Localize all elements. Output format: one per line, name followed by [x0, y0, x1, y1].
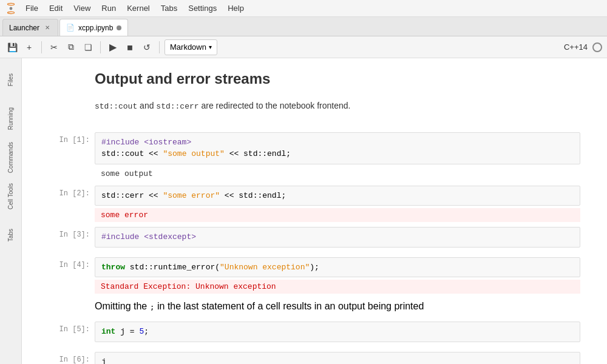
- cell-type-chevron: ▾: [209, 44, 212, 50]
- copy-button[interactable]: ⧉: [64, 40, 78, 55]
- tab-launcher-label: Launcher: [9, 24, 39, 32]
- toolbar-sep-3: [159, 41, 160, 53]
- restart-button[interactable]: ↺: [140, 40, 154, 55]
- cell-5-input[interactable]: int j = 5;: [95, 322, 580, 342]
- sidebar-item-tabs[interactable]: Tabs: [0, 216, 22, 255]
- description-text: std::cout and std::cerr are redirected t…: [95, 99, 350, 113]
- cell-2-line-1: std::cerr << "some error" << std::endl;: [101, 190, 574, 202]
- code-j-assign: j =: [115, 327, 139, 336]
- sidebar-running-label: Running: [7, 107, 14, 130]
- output-some-output: some output: [101, 169, 153, 178]
- cell-2-label: In [2]:: [46, 186, 95, 198]
- cell-4-output-row: Standard Exception: Unknown exception: [46, 280, 580, 294]
- cell-4-output-label: [46, 280, 95, 283]
- tab-xcpp-modified-dot: [117, 25, 121, 30]
- add-cell-button[interactable]: +: [22, 40, 36, 55]
- notebook-title: Output and error streams: [95, 70, 270, 87]
- code-j: j: [101, 357, 106, 365]
- code-cerr: std::cerr: [156, 102, 198, 111]
- svg-point-0: [7, 3, 14, 5]
- code-cout: std::cout: [95, 102, 137, 111]
- svg-point-2: [10, 7, 13, 10]
- stop-button[interactable]: ◼: [123, 40, 137, 55]
- toolbar: 💾 + ✂ ⧉ ❏ ▶ ◼ ↺ Markdown ▾ C++14: [0, 36, 607, 58]
- code-cout-line: std::cout <<: [101, 149, 163, 158]
- menu-view[interactable]: View: [69, 2, 95, 14]
- cell-3: In [3]: #include <stdexcept>: [46, 227, 580, 248]
- prose-text: Omitting the ; in the last statement of …: [95, 298, 580, 314]
- sidebar-tabs-label: Tabs: [7, 229, 14, 241]
- cell-4: In [4]: throw std::runtime_error("Unknow…: [46, 257, 580, 278]
- tab-xcpp-label: xcpp.ipynb: [78, 24, 113, 32]
- tab-xcpp-icon: 📄: [66, 24, 75, 32]
- save-button[interactable]: 💾: [5, 40, 19, 55]
- menu-settings[interactable]: Settings: [183, 2, 222, 14]
- notebook-content: Output and error streams std::cout and s…: [22, 58, 605, 364]
- cell-1-line-1: #include <iostream>: [101, 136, 574, 149]
- prose-label: [46, 298, 95, 302]
- code-semi-5: ;: [144, 327, 149, 336]
- tabbar: Launcher ✕ 📄 xcpp.ipynb: [0, 17, 607, 36]
- output-standard-exception: Standard Exception: Unknown exception: [101, 282, 276, 291]
- cell-1-line-2: std::cout << "some output" << std::endl;: [101, 148, 574, 160]
- prose-content: Omitting the ; in the last statement of …: [95, 301, 424, 311]
- menubar: File Edit View Run Kernel Tabs Settings …: [0, 0, 607, 17]
- kw-throw: throw: [101, 263, 125, 272]
- cell-2-input[interactable]: std::cerr << "some error" << std::endl;: [95, 186, 580, 206]
- kw-int: int: [101, 327, 115, 336]
- cell-5-line-1: int j = 5;: [101, 326, 574, 338]
- output-some-error: some error: [101, 211, 148, 220]
- cell-4-line-1: throw std::runtime_error("Unknown except…: [101, 261, 574, 274]
- spacer-1: [46, 250, 580, 257]
- pp-include-stdexcept: #include <stdexcept>: [101, 232, 196, 241]
- cell-1-input[interactable]: #include <iostream> std::cout << "some o…: [95, 132, 580, 164]
- svg-point-1: [7, 12, 14, 13]
- cell-1-output-row: some output: [46, 167, 580, 181]
- code-endl-2: << std::endl;: [220, 191, 286, 200]
- toolbar-right: C++14: [564, 42, 602, 52]
- toolbar-sep-2: [100, 41, 101, 53]
- menu-kernel[interactable]: Kernel: [122, 2, 155, 14]
- sidebar-commands-label: Commands: [7, 142, 14, 173]
- str-unknown-exception: "Unknown exception": [220, 263, 310, 272]
- menu-tabs[interactable]: Tabs: [156, 2, 182, 14]
- menu-edit[interactable]: Edit: [44, 2, 67, 14]
- cell-1: In [1]: #include <iostream> std::cout <<…: [46, 132, 580, 164]
- sidebar-item-files[interactable]: Files: [0, 61, 22, 99]
- tab-launcher[interactable]: Launcher ✕: [2, 19, 58, 36]
- cell-6-label: In [6]:: [46, 352, 95, 364]
- cell-4-output: Standard Exception: Unknown exception: [95, 280, 580, 294]
- cell-1-output: some output: [95, 167, 580, 181]
- code-cerr-line: std::cerr <<: [101, 191, 163, 200]
- notebook: Output and error streams std::cout and s…: [22, 58, 607, 364]
- code-runtime-error: std::runtime_error(: [125, 263, 220, 272]
- cell-type-label: Markdown: [170, 42, 206, 52]
- paste-button[interactable]: ❏: [81, 40, 95, 55]
- cell-4-label: In [4]:: [46, 257, 95, 269]
- sidebar-item-cell-tools[interactable]: Cell Tools: [0, 177, 22, 216]
- cell-2-output: some error: [95, 208, 580, 222]
- cell-2-output-label: [46, 208, 95, 212]
- cell-5: In [5]: int j = 5;: [46, 322, 580, 342]
- jupyter-logo: [5, 2, 17, 15]
- menu-run[interactable]: Run: [97, 2, 121, 14]
- cell-type-dropdown[interactable]: Markdown ▾: [164, 39, 217, 55]
- code-semicolon-prose: ;: [150, 302, 155, 311]
- sidebar-cell-tools-label: Cell Tools: [7, 183, 14, 209]
- sidebar-item-running[interactable]: Running: [0, 99, 22, 138]
- pp-include-iostream: #include <iostream>: [101, 138, 191, 147]
- tab-launcher-close[interactable]: ✕: [43, 24, 52, 32]
- sidebar: Files Running Commands Cell Tools Tabs: [0, 58, 22, 364]
- prose-row: Omitting the ; in the last statement of …: [46, 298, 580, 314]
- menu-help[interactable]: Help: [223, 2, 249, 14]
- cell-6-input[interactable]: j: [95, 352, 580, 365]
- cell-4-input[interactable]: throw std::runtime_error("Unknown except…: [95, 257, 580, 278]
- sidebar-item-commands[interactable]: Commands: [0, 138, 22, 177]
- cut-button[interactable]: ✂: [47, 40, 61, 55]
- tab-xcpp[interactable]: 📄 xcpp.ipynb: [59, 19, 128, 36]
- cell-2-output-row: some error: [46, 208, 580, 222]
- str-some-error: "some error": [163, 191, 220, 200]
- run-button[interactable]: ▶: [106, 40, 120, 55]
- menu-file[interactable]: File: [21, 2, 43, 14]
- cell-3-input[interactable]: #include <stdexcept>: [95, 227, 580, 248]
